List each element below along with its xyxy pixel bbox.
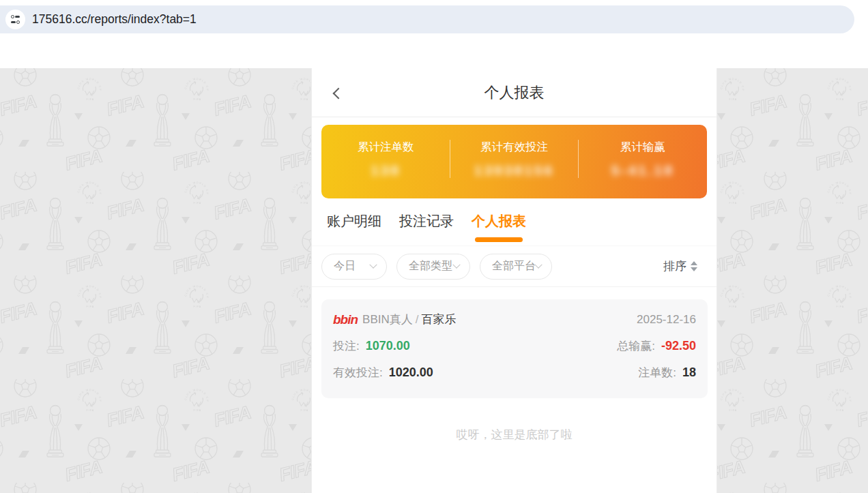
stat-label: 累计有效投注 <box>480 140 548 155</box>
tab-personal-report[interactable]: 个人报表 <box>472 212 526 245</box>
winloss-label: 总输赢: <box>617 338 655 354</box>
record-date: 2025-12-16 <box>637 313 696 327</box>
dropdown-label: 全部类型 <box>409 259 452 273</box>
platform-filter-dropdown[interactable]: 全部平台 <box>480 254 552 280</box>
order-count-value: 18 <box>682 365 696 380</box>
tab-bet-records[interactable]: 投注记录 <box>399 212 454 245</box>
divider <box>450 140 450 178</box>
tune-icon <box>11 15 20 18</box>
bbin-logo: bbin <box>333 312 358 327</box>
separator: / <box>416 313 419 327</box>
site-controls-icon[interactable] <box>5 10 25 29</box>
list-end-message: 哎呀，这里是底部了啦 <box>312 427 717 443</box>
bet-value: 1070.00 <box>366 339 410 353</box>
type-filter-dropdown[interactable]: 全部类型 <box>396 254 470 280</box>
winloss-value: -92.50 <box>661 339 696 353</box>
sort-label: 排序 <box>663 258 686 274</box>
page-header: 个人报表 <box>312 68 717 117</box>
chevron-left-icon <box>333 88 345 100</box>
chevron-down-icon <box>452 260 460 268</box>
browser-url-bar[interactable]: 175616.cc/reports/index?tab=1 <box>0 5 854 33</box>
order-count-label: 注单数: <box>638 365 676 380</box>
date-filter-dropdown[interactable]: 今日 <box>321 254 387 280</box>
stat-label: 累计输赢 <box>620 140 665 155</box>
tab-account-details[interactable]: 账户明细 <box>327 212 381 245</box>
page-title: 个人报表 <box>484 83 545 103</box>
stat-total-valid-bets: 累计有效投注 13938156 <box>450 125 578 198</box>
provider-name: BBIN真人 <box>362 312 413 327</box>
stat-total-orders: 累计注单数 138 <box>321 125 450 198</box>
dropdown-label: 今日 <box>334 259 356 273</box>
back-button[interactable] <box>328 85 346 102</box>
chevron-down-icon <box>369 260 377 268</box>
divider <box>578 140 579 178</box>
stat-label: 累计注单数 <box>358 140 414 155</box>
stat-value-redacted: 5-41.18 <box>611 162 674 179</box>
sort-arrows-icon <box>691 261 697 271</box>
report-panel: 个人报表 累计注单数 138 累计有效投注 13938156 累计输赢 5-41… <box>311 68 717 493</box>
summary-card: 累计注单数 138 累计有效投注 13938156 累计输赢 5-41.18 <box>321 125 707 198</box>
filter-bar: 今日 全部类型 全部平台 排序 <box>312 246 717 287</box>
valid-bet-value: 1020.00 <box>389 365 433 380</box>
tab-bar: 账户明细 投注记录 个人报表 <box>312 198 717 246</box>
tune-icon <box>11 20 20 24</box>
sort-button[interactable]: 排序 <box>663 258 697 274</box>
report-record-card[interactable]: bbin BBIN真人 / 百家乐 2025-12-16 投注: 1070.00… <box>321 299 708 398</box>
bet-label: 投注: <box>333 338 360 354</box>
stat-value-redacted: 13938156 <box>474 162 554 179</box>
chevron-down-icon <box>534 260 542 268</box>
game-name: 百家乐 <box>422 312 457 327</box>
stat-value-redacted: 138 <box>371 162 401 179</box>
url-text[interactable]: 175616.cc/reports/index?tab=1 <box>32 12 197 27</box>
dropdown-label: 全部平台 <box>492 259 536 273</box>
valid-bet-label: 有效投注: <box>333 365 383 380</box>
stat-total-winloss: 累计输赢 5-41.18 <box>579 125 707 198</box>
